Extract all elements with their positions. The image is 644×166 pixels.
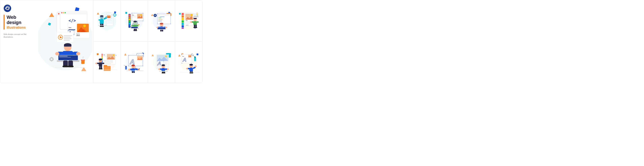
- svg-rect-236: [103, 62, 113, 63]
- svg-rect-192: [182, 20, 184, 23]
- svg-rect-126: [132, 17, 136, 18]
- svg-rect-346: [191, 54, 192, 55]
- svg-rect-165: [158, 20, 163, 20]
- svg-point-361: [195, 65, 197, 67]
- svg-text:</>: </>: [158, 16, 160, 17]
- svg-rect-288: [133, 71, 135, 73]
- svg-rect-241: [102, 57, 103, 58]
- svg-rect-50: [64, 38, 72, 39]
- svg-text:A: A: [182, 57, 186, 63]
- title-block: Web design illustrations: [4, 15, 34, 30]
- svg-rect-335: [196, 53, 199, 56]
- svg-rect-131: [143, 21, 143, 21]
- illustration-8-svg: Text A A: [177, 44, 200, 81]
- svg-rect-233: [103, 60, 106, 62]
- svg-rect-11: [53, 59, 54, 60]
- svg-rect-100: [98, 19, 100, 21]
- svg-point-356: [190, 64, 193, 65]
- svg-rect-239: [102, 54, 103, 55]
- svg-rect-275: [128, 55, 129, 56]
- svg-rect-240: [102, 55, 103, 57]
- illustration-2-svg: A A Text: [122, 2, 146, 39]
- svg-rect-260: [96, 70, 117, 70]
- svg-rect-313: [164, 61, 168, 62]
- svg-point-27: [63, 12, 64, 13]
- svg-rect-111: [129, 17, 130, 18]
- svg-point-327: [167, 68, 169, 70]
- svg-rect-310: [163, 61, 164, 61]
- svg-point-230: [113, 54, 114, 56]
- svg-point-365: [191, 72, 194, 73]
- svg-point-156: [155, 15, 156, 16]
- svg-rect-232: [103, 56, 106, 57]
- svg-rect-315: [164, 63, 168, 64]
- svg-marker-334: [178, 54, 180, 56]
- illustration-cell-1: Search... T T +: [93, 0, 120, 42]
- svg-rect-8: [51, 57, 52, 58]
- svg-rect-113: [129, 21, 130, 22]
- svg-rect-49: [64, 37, 70, 38]
- svg-marker-2: [49, 13, 54, 17]
- svg-rect-90: [107, 19, 111, 20]
- svg-rect-9: [51, 60, 52, 61]
- svg-rect-130: [132, 21, 132, 21]
- svg-rect-195: [182, 28, 184, 29]
- svg-point-26: [61, 12, 62, 13]
- svg-rect-277: [128, 65, 129, 66]
- illustration-cell-7: A A: [148, 42, 175, 83]
- svg-rect-89: [107, 18, 112, 19]
- svg-rect-366: [180, 72, 200, 72]
- svg-point-19: [58, 13, 60, 14]
- svg-rect-190: [182, 15, 184, 18]
- svg-text:A: A: [157, 61, 161, 66]
- svg-rect-141: [136, 25, 138, 26]
- svg-rect-129: [143, 13, 143, 13]
- svg-rect-246: [104, 65, 107, 66]
- illustration-cell-3: </> </>: [148, 0, 175, 42]
- svg-rect-223: [97, 53, 99, 55]
- svg-rect-186: [179, 13, 181, 15]
- illustration-4-svg: Text: [177, 2, 200, 39]
- svg-rect-276: [142, 55, 143, 56]
- svg-rect-255: [102, 63, 104, 64]
- svg-rect-231: [103, 56, 106, 56]
- description: Web design concept set flat illustration…: [4, 33, 34, 38]
- svg-rect-309: [157, 61, 158, 61]
- svg-point-99: [105, 16, 107, 18]
- svg-point-294: [124, 65, 124, 65]
- logo-area: [4, 5, 34, 12]
- svg-rect-79: [114, 16, 115, 17]
- svg-rect-159: [158, 15, 170, 16]
- svg-point-145: [135, 30, 137, 31]
- svg-rect-213: [197, 21, 199, 23]
- svg-rect-40: [73, 30, 74, 31]
- hero-svg: </> </>: [38, 3, 92, 80]
- illustration-cell-5: Text: [93, 42, 120, 83]
- svg-text:Text: Text: [132, 15, 134, 16]
- svg-rect-292: [125, 66, 126, 66]
- illustration-5-svg: Text: [95, 44, 119, 81]
- svg-rect-170: [157, 24, 158, 24]
- svg-rect-48: [64, 35, 72, 36]
- svg-point-331: [163, 72, 166, 73]
- svg-rect-10: [49, 59, 50, 60]
- svg-rect-35: [68, 29, 75, 30]
- svg-marker-150: [151, 14, 153, 16]
- svg-text:T: T: [112, 15, 112, 16]
- svg-rect-210: [193, 21, 197, 25]
- svg-point-173: [160, 23, 163, 24]
- left-panel: Web design illustrations Web design conc…: [0, 0, 37, 83]
- svg-rect-189: [182, 13, 184, 15]
- svg-rect-81: [116, 15, 116, 15]
- svg-rect-347: [182, 63, 182, 63]
- svg-point-354: [194, 55, 194, 55]
- svg-point-353: [193, 55, 193, 56]
- svg-point-251: [99, 58, 102, 60]
- svg-rect-148: [131, 27, 138, 28]
- svg-point-352: [194, 56, 194, 56]
- logo-icon: [4, 5, 11, 12]
- illustration-cell-8: Text A A: [175, 42, 202, 83]
- svg-rect-163: [158, 19, 164, 19]
- illustration-cell-2: A A Text: [120, 0, 148, 42]
- svg-rect-64: [59, 57, 71, 58]
